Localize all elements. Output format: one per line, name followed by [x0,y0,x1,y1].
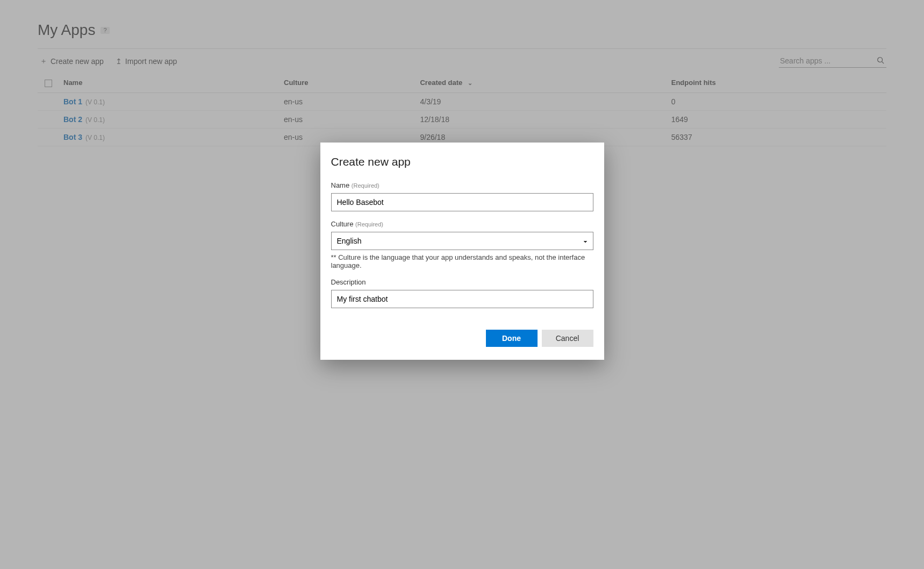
name-required: (Required) [352,182,379,189]
done-button[interactable]: Done [486,330,538,347]
form-group-culture: Culture (Required) English ** Culture is… [331,219,593,269]
dialog-title: Create new app [331,155,593,168]
form-group-description: Description [331,277,593,308]
name-label-text: Name [331,181,350,189]
cancel-button[interactable]: Cancel [542,330,593,347]
description-input[interactable] [331,290,593,308]
create-app-dialog: Create new app Name (Required) Culture (… [320,143,604,360]
culture-select[interactable]: English [331,232,593,250]
culture-label: Culture (Required) [331,220,384,228]
form-group-name: Name (Required) [331,180,593,211]
modal-overlay[interactable]: Create new app Name (Required) Culture (… [0,0,924,569]
culture-label-text: Culture [331,220,354,228]
dialog-actions: Done Cancel [331,330,593,347]
culture-hint: ** Culture is the language that your app… [331,253,593,269]
culture-required: (Required) [355,221,383,227]
name-label: Name (Required) [331,181,379,189]
description-label: Description [331,278,366,286]
name-input[interactable] [331,193,593,211]
